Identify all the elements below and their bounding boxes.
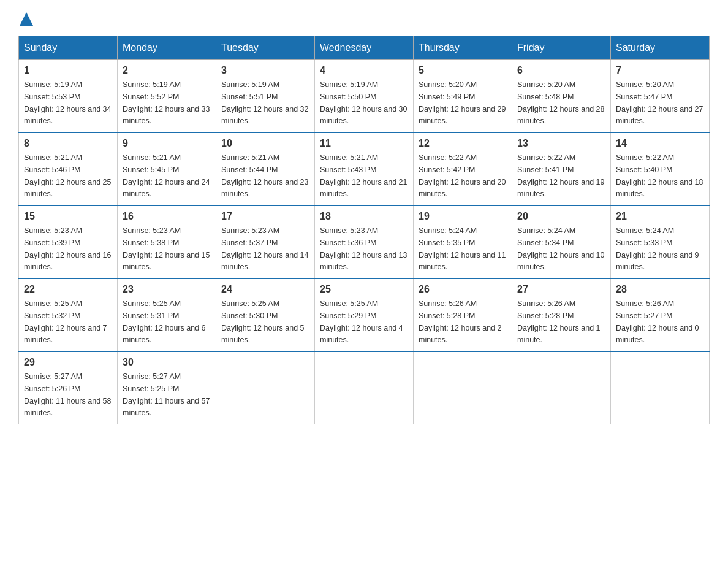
day-number: 8 xyxy=(24,138,112,149)
calendar-cell: 18 Sunrise: 5:23 AMSunset: 5:36 PMDaylig… xyxy=(315,205,414,278)
day-info: Sunrise: 5:24 AMSunset: 5:35 PMDaylight:… xyxy=(419,226,506,271)
calendar-week-row: 1 Sunrise: 5:19 AMSunset: 5:53 PMDayligh… xyxy=(19,60,710,133)
calendar-week-row: 29 Sunrise: 5:27 AMSunset: 5:26 PMDaylig… xyxy=(19,351,710,424)
calendar-cell: 30 Sunrise: 5:27 AMSunset: 5:25 PMDaylig… xyxy=(118,351,216,424)
day-info: Sunrise: 5:26 AMSunset: 5:28 PMDaylight:… xyxy=(517,299,601,344)
calendar-cell: 9 Sunrise: 5:21 AMSunset: 5:45 PMDayligh… xyxy=(118,132,216,205)
day-number: 21 xyxy=(616,211,704,222)
day-info: Sunrise: 5:23 AMSunset: 5:39 PMDaylight:… xyxy=(24,226,111,271)
calendar-cell: 13 Sunrise: 5:22 AMSunset: 5:41 PMDaylig… xyxy=(512,132,611,205)
calendar-week-row: 15 Sunrise: 5:23 AMSunset: 5:39 PMDaylig… xyxy=(19,205,710,278)
day-number: 1 xyxy=(24,65,112,76)
day-number: 7 xyxy=(616,65,704,76)
day-info: Sunrise: 5:21 AMSunset: 5:45 PMDaylight:… xyxy=(123,153,210,198)
day-info: Sunrise: 5:20 AMSunset: 5:49 PMDaylight:… xyxy=(419,80,506,125)
calendar-cell: 19 Sunrise: 5:24 AMSunset: 5:35 PMDaylig… xyxy=(414,205,512,278)
calendar-cell: 26 Sunrise: 5:26 AMSunset: 5:28 PMDaylig… xyxy=(414,278,512,351)
calendar-cell: 15 Sunrise: 5:23 AMSunset: 5:39 PMDaylig… xyxy=(19,205,118,278)
day-number: 3 xyxy=(221,65,309,76)
logo-text xyxy=(18,12,33,29)
day-number: 22 xyxy=(24,284,112,295)
calendar-cell: 14 Sunrise: 5:22 AMSunset: 5:40 PMDaylig… xyxy=(611,132,710,205)
calendar-cell: 2 Sunrise: 5:19 AMSunset: 5:52 PMDayligh… xyxy=(118,60,216,133)
header-monday: Monday xyxy=(118,36,216,60)
day-info: Sunrise: 5:23 AMSunset: 5:36 PMDaylight:… xyxy=(320,226,407,271)
day-info: Sunrise: 5:25 AMSunset: 5:29 PMDaylight:… xyxy=(320,299,403,344)
day-info: Sunrise: 5:19 AMSunset: 5:50 PMDaylight:… xyxy=(320,80,407,125)
calendar-cell: 25 Sunrise: 5:25 AMSunset: 5:29 PMDaylig… xyxy=(315,278,414,351)
day-number: 19 xyxy=(419,211,507,222)
calendar-cell: 7 Sunrise: 5:20 AMSunset: 5:47 PMDayligh… xyxy=(611,60,710,133)
calendar-week-row: 8 Sunrise: 5:21 AMSunset: 5:46 PMDayligh… xyxy=(19,132,710,205)
calendar-week-row: 22 Sunrise: 5:25 AMSunset: 5:32 PMDaylig… xyxy=(19,278,710,351)
day-number: 9 xyxy=(123,138,211,149)
day-number: 29 xyxy=(24,357,112,368)
calendar-header-row: SundayMondayTuesdayWednesdayThursdayFrid… xyxy=(19,36,710,60)
day-number: 11 xyxy=(320,138,408,149)
calendar-cell xyxy=(512,351,611,424)
calendar-cell: 28 Sunrise: 5:26 AMSunset: 5:27 PMDaylig… xyxy=(611,278,710,351)
day-info: Sunrise: 5:20 AMSunset: 5:47 PMDaylight:… xyxy=(616,80,703,125)
day-number: 13 xyxy=(517,138,605,149)
calendar-table: SundayMondayTuesdayWednesdayThursdayFrid… xyxy=(18,36,710,424)
day-info: Sunrise: 5:26 AMSunset: 5:27 PMDaylight:… xyxy=(616,299,699,344)
calendar-cell: 24 Sunrise: 5:25 AMSunset: 5:30 PMDaylig… xyxy=(216,278,315,351)
day-number: 27 xyxy=(517,284,605,295)
calendar-cell: 17 Sunrise: 5:23 AMSunset: 5:37 PMDaylig… xyxy=(216,205,315,278)
day-info: Sunrise: 5:22 AMSunset: 5:42 PMDaylight:… xyxy=(419,153,506,198)
day-info: Sunrise: 5:26 AMSunset: 5:28 PMDaylight:… xyxy=(419,299,502,344)
day-number: 14 xyxy=(616,138,704,149)
calendar-cell xyxy=(414,351,512,424)
calendar-cell: 11 Sunrise: 5:21 AMSunset: 5:43 PMDaylig… xyxy=(315,132,414,205)
calendar-cell: 4 Sunrise: 5:19 AMSunset: 5:50 PMDayligh… xyxy=(315,60,414,133)
header-thursday: Thursday xyxy=(414,36,512,60)
day-info: Sunrise: 5:23 AMSunset: 5:37 PMDaylight:… xyxy=(221,226,308,271)
header-sunday: Sunday xyxy=(19,36,118,60)
logo-triangle-icon xyxy=(20,12,33,26)
day-number: 6 xyxy=(517,65,605,76)
logo xyxy=(18,12,33,29)
day-info: Sunrise: 5:25 AMSunset: 5:30 PMDaylight:… xyxy=(221,299,305,344)
day-number: 15 xyxy=(24,211,112,222)
header-tuesday: Tuesday xyxy=(216,36,315,60)
calendar-cell: 1 Sunrise: 5:19 AMSunset: 5:53 PMDayligh… xyxy=(19,60,118,133)
calendar-cell: 3 Sunrise: 5:19 AMSunset: 5:51 PMDayligh… xyxy=(216,60,315,133)
day-info: Sunrise: 5:24 AMSunset: 5:33 PMDaylight:… xyxy=(616,226,699,271)
day-info: Sunrise: 5:22 AMSunset: 5:40 PMDaylight:… xyxy=(616,153,703,198)
calendar-cell: 16 Sunrise: 5:23 AMSunset: 5:38 PMDaylig… xyxy=(118,205,216,278)
day-info: Sunrise: 5:25 AMSunset: 5:31 PMDaylight:… xyxy=(123,299,206,344)
day-info: Sunrise: 5:21 AMSunset: 5:46 PMDaylight:… xyxy=(24,153,111,198)
calendar-cell: 20 Sunrise: 5:24 AMSunset: 5:34 PMDaylig… xyxy=(512,205,611,278)
day-info: Sunrise: 5:24 AMSunset: 5:34 PMDaylight:… xyxy=(517,226,604,271)
day-number: 12 xyxy=(419,138,507,149)
day-info: Sunrise: 5:19 AMSunset: 5:52 PMDaylight:… xyxy=(123,80,210,125)
page-header xyxy=(18,12,710,29)
day-number: 30 xyxy=(123,357,211,368)
calendar-cell: 21 Sunrise: 5:24 AMSunset: 5:33 PMDaylig… xyxy=(611,205,710,278)
calendar-cell: 22 Sunrise: 5:25 AMSunset: 5:32 PMDaylig… xyxy=(19,278,118,351)
calendar-cell: 12 Sunrise: 5:22 AMSunset: 5:42 PMDaylig… xyxy=(414,132,512,205)
calendar-cell: 5 Sunrise: 5:20 AMSunset: 5:49 PMDayligh… xyxy=(414,60,512,133)
calendar-cell: 27 Sunrise: 5:26 AMSunset: 5:28 PMDaylig… xyxy=(512,278,611,351)
day-number: 4 xyxy=(320,65,408,76)
day-info: Sunrise: 5:19 AMSunset: 5:51 PMDaylight:… xyxy=(221,80,308,125)
header-saturday: Saturday xyxy=(611,36,710,60)
day-number: 18 xyxy=(320,211,408,222)
day-number: 5 xyxy=(419,65,507,76)
day-number: 10 xyxy=(221,138,309,149)
calendar-cell xyxy=(315,351,414,424)
calendar-cell: 10 Sunrise: 5:21 AMSunset: 5:44 PMDaylig… xyxy=(216,132,315,205)
day-info: Sunrise: 5:23 AMSunset: 5:38 PMDaylight:… xyxy=(123,226,210,271)
day-info: Sunrise: 5:22 AMSunset: 5:41 PMDaylight:… xyxy=(517,153,604,198)
day-info: Sunrise: 5:25 AMSunset: 5:32 PMDaylight:… xyxy=(24,299,107,344)
svg-marker-0 xyxy=(20,12,33,26)
day-number: 28 xyxy=(616,284,704,295)
header-wednesday: Wednesday xyxy=(315,36,414,60)
day-number: 26 xyxy=(419,284,507,295)
day-info: Sunrise: 5:27 AMSunset: 5:26 PMDaylight:… xyxy=(24,372,111,417)
calendar-cell xyxy=(611,351,710,424)
day-info: Sunrise: 5:27 AMSunset: 5:25 PMDaylight:… xyxy=(123,372,210,417)
calendar-cell: 29 Sunrise: 5:27 AMSunset: 5:26 PMDaylig… xyxy=(19,351,118,424)
day-number: 20 xyxy=(517,211,605,222)
logo-blue-part xyxy=(18,12,33,29)
